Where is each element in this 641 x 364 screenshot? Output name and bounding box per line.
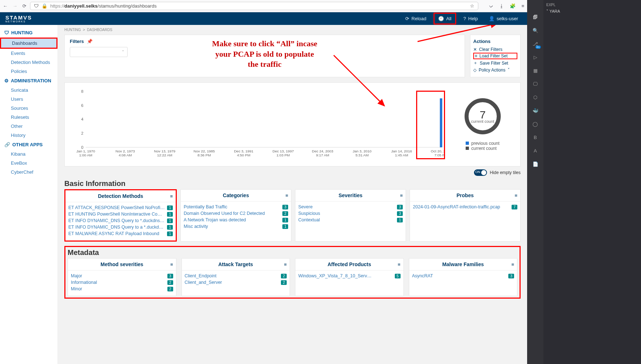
list-item[interactable]: Client_Endpoint [185, 273, 217, 278]
editor-strip: 🗐 🔍 ⎇61 ▷ ▦ 🖵 ⬡ 🐳 ◯ B A 📄 EXPL ˅ YARA [527, 0, 641, 364]
save-filter-set[interactable]: ＋Save Filter Set [473, 59, 517, 67]
azure-icon[interactable]: A [534, 148, 537, 153]
list-item[interactable]: Domain Observed Used for C2 Detected [184, 211, 265, 216]
cube-icon[interactable]: ⬡ [533, 95, 537, 100]
sidebar-item-policies[interactable]: Policies [0, 67, 57, 76]
github-icon[interactable]: ◯ [533, 121, 538, 127]
list-item[interactable]: AsyncRAT [412, 273, 433, 278]
card-title: Affected Products [328, 261, 371, 267]
url-bar[interactable]: 🛡 🔒 https://daniyyell.selks/stamus/hunti… [30, 2, 478, 10]
back-icon[interactable]: ← [3, 3, 8, 9]
load-filter-set[interactable]: ≡Load Filter Set [473, 53, 517, 59]
count-badge: 1 [282, 218, 288, 222]
count-badge: 1 [397, 218, 403, 222]
filters-select[interactable]: ˅ [70, 47, 128, 57]
list-item[interactable]: Major [71, 273, 82, 278]
card-probes: Probes≡2024-01-09-AsyncRAT-infection-tra… [410, 189, 521, 242]
card-menu-icon[interactable]: ≡ [514, 193, 517, 198]
sidebar-item-other[interactable]: Other [0, 122, 57, 131]
list-item[interactable]: ET MALWARE ASYNC RAT Payload Inbound [68, 231, 159, 236]
branch-icon[interactable]: ⎇61 [533, 41, 538, 47]
menu-icon[interactable]: ≡ [521, 3, 524, 9]
remote-icon[interactable]: 🖵 [533, 81, 538, 87]
bold-icon[interactable]: B [534, 135, 537, 140]
count-badge: 2 [167, 280, 173, 285]
svg-text:6: 6 [81, 103, 83, 107]
star-icon[interactable]: ☆ [470, 3, 474, 9]
sidebar-item-sources[interactable]: Sources [0, 104, 57, 113]
actions-title: Actions [473, 39, 517, 44]
policy-actions[interactable]: ◇Policy Actions ˅ [473, 67, 517, 73]
pocket-icon[interactable]: ᨆ [489, 3, 493, 9]
card-malware-families: Malware Families≡AsyncRAT3 [409, 258, 518, 296]
ext-grid-icon[interactable]: ▦ [533, 68, 538, 73]
extensions-icon[interactable]: 🧩 [510, 3, 516, 9]
list-item[interactable]: Potentially Bad Traffic [184, 204, 227, 209]
list-item[interactable]: Client_and_Server [185, 280, 222, 285]
sidebar-item-kibana[interactable]: Kibana [0, 150, 57, 159]
list-item[interactable]: Windows_XP_Vista_7_8_10_Serv… [298, 273, 372, 278]
reload-button[interactable]: ⟳Reload [402, 14, 430, 23]
card-menu-icon[interactable]: ≡ [285, 193, 288, 198]
note-icon[interactable]: 📄 [533, 161, 538, 167]
list-item[interactable]: 2024-01-09-AsyncRAT-infection-traffic.pc… [413, 204, 500, 209]
search-side-icon[interactable]: 🔍 [533, 28, 538, 33]
card-menu-icon[interactable]: ≡ [170, 194, 173, 199]
svg-text:8: 8 [81, 90, 83, 94]
card-menu-icon[interactable]: ≡ [284, 262, 287, 267]
list-item[interactable]: ET ATTACK_RESPONSE PowerShell NoProfi… [68, 205, 165, 210]
run-icon[interactable]: ▷ [534, 55, 537, 60]
sidebar-item-events[interactable]: Events [0, 49, 57, 58]
sidebar-item-suricata[interactable]: Suricata [0, 86, 57, 95]
list-item[interactable]: Misc activity [184, 224, 208, 229]
count-badge: 1 [167, 225, 173, 230]
save-icon: ＋ [473, 60, 478, 66]
list-item[interactable]: A Network Trojan was detected [184, 217, 246, 222]
chart-area: 02468Jan 1, 19701:00 AMNov 2, 19734:08 A… [70, 88, 445, 161]
list-item[interactable]: Contextual [298, 217, 320, 222]
section-hunting: 🛡HUNTING [0, 28, 57, 38]
card-menu-icon[interactable]: ≡ [511, 262, 514, 267]
list-item[interactable]: Minor [71, 286, 82, 291]
svg-text:2: 2 [81, 131, 83, 135]
list-item[interactable]: Severe [298, 204, 313, 209]
list-item[interactable]: Informational [71, 280, 97, 285]
card-menu-icon[interactable]: ≡ [400, 193, 403, 198]
sidebar-item-cyberchef[interactable]: CyberChef [0, 168, 57, 177]
metadata-title: Metadata [65, 247, 520, 258]
list-item[interactable]: Suspicious [298, 211, 320, 216]
count-badge: 3 [508, 274, 514, 278]
sidebar-item-detection[interactable]: Detection Methods [0, 58, 57, 67]
list-item[interactable]: ET INFO DYNAMIC_DNS Query to *.duckdns… [68, 218, 164, 223]
count-badge: 2 [282, 211, 288, 216]
help-button[interactable]: ?Help [460, 14, 482, 23]
reload-icon[interactable]: ⟳ [22, 3, 26, 9]
section-other-apps: 🔗OTHER APPS [0, 140, 57, 150]
sidebar-item-history[interactable]: History [0, 131, 57, 140]
card-title: Categories [223, 192, 249, 198]
card-menu-icon[interactable]: ≡ [170, 262, 173, 267]
hide-empty-toggle[interactable]: ON [474, 169, 487, 176]
pin-icon[interactable]: 📌 [87, 39, 93, 44]
sidebar-item-users[interactable]: Users [0, 95, 57, 104]
docker-icon[interactable]: 🐳 [533, 108, 538, 113]
list-item[interactable]: ET INFO DYNAMIC_DNS Query to a *.duckd… [68, 225, 163, 230]
time-all-button[interactable]: 🕘All [433, 13, 456, 25]
clear-filters[interactable]: ✕Clear Filters [473, 46, 517, 53]
sidebar-item-dashboards[interactable]: Dashboards [0, 38, 57, 49]
explorer-label: EXPL [546, 3, 638, 7]
list-item[interactable]: ET HUNTING PowerShell NonInteractive Co… [68, 212, 162, 217]
timeseries-chart: 02468Jan 1, 19701:00 AMNov 2, 19734:08 A… [70, 88, 445, 160]
download-icon[interactable]: ⭳ [499, 3, 504, 9]
card-categories: Categories≡Potentially Bad Traffic3Domai… [180, 189, 291, 242]
sidebar-item-rulesets[interactable]: Rulesets [0, 113, 57, 122]
files-icon[interactable]: 🗐 [533, 14, 538, 20]
forward-icon[interactable]: → [13, 3, 17, 9]
yara-label[interactable]: ˅ YARA [546, 9, 638, 14]
card-menu-icon[interactable]: ≡ [398, 262, 401, 267]
help-icon: ? [463, 16, 466, 21]
card-attack-targets: Attack Targets≡Client_Endpoint2Client_an… [181, 258, 290, 296]
sidebar-item-evebox[interactable]: EveBox [0, 159, 57, 168]
svg-text:4:50 PM: 4:50 PM [237, 153, 250, 157]
user-menu[interactable]: 👤selks-user [485, 14, 522, 23]
